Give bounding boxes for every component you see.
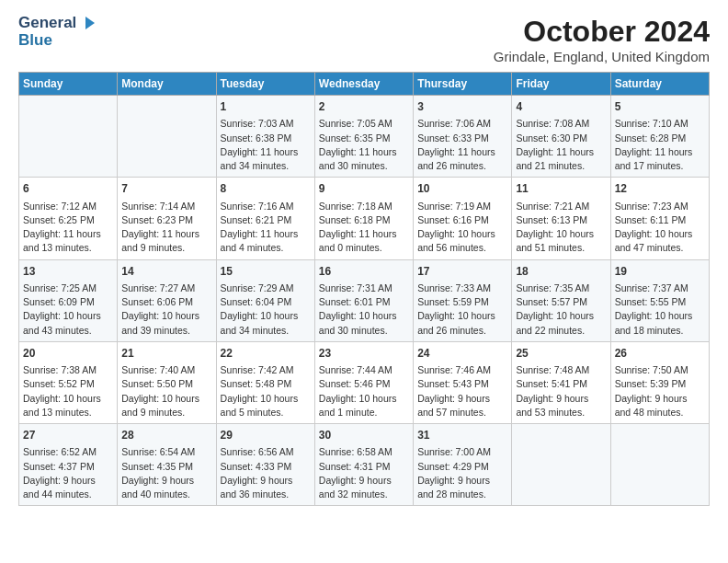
calendar-week-row: 13Sunrise: 7:25 AMSunset: 6:09 PMDayligh… <box>19 259 710 341</box>
day-info: Daylight: 10 hours <box>615 309 705 323</box>
day-info: Daylight: 11 hours <box>221 227 311 241</box>
day-info: Sunrise: 7:18 AM <box>319 200 409 213</box>
day-info: Sunset: 5:41 PM <box>516 377 606 391</box>
day-info: and 26 minutes. <box>417 159 507 173</box>
day-info: Sunrise: 7:08 AM <box>516 117 606 131</box>
day-info: Sunrise: 6:58 AM <box>319 445 409 459</box>
day-number: 14 <box>121 264 211 280</box>
day-info: Daylight: 10 hours <box>319 309 409 323</box>
calendar-cell: 6Sunrise: 7:12 AMSunset: 6:25 PMDaylight… <box>19 178 118 259</box>
header-day-sunday: Sunday <box>19 73 118 96</box>
day-info: Sunset: 5:55 PM <box>615 295 705 309</box>
calendar-cell: 24Sunrise: 7:46 AMSunset: 5:43 PMDayligh… <box>414 341 512 423</box>
day-info: Sunrise: 7:44 AM <box>319 363 409 377</box>
logo-general: General <box>18 15 76 32</box>
calendar-week-row: 27Sunrise: 6:52 AMSunset: 4:37 PMDayligh… <box>19 424 710 506</box>
calendar-cell: 25Sunrise: 7:48 AMSunset: 5:41 PMDayligh… <box>512 341 610 423</box>
day-info: and 39 minutes. <box>121 324 211 338</box>
calendar-cell: 13Sunrise: 7:25 AMSunset: 6:09 PMDayligh… <box>19 259 118 341</box>
day-info: Daylight: 10 hours <box>417 227 507 241</box>
calendar-cell: 23Sunrise: 7:44 AMSunset: 5:46 PMDayligh… <box>314 341 413 423</box>
day-info: Daylight: 10 hours <box>319 392 409 406</box>
day-info: and 13 minutes. <box>23 406 113 419</box>
calendar-cell: 10Sunrise: 7:19 AMSunset: 6:16 PMDayligh… <box>414 178 512 259</box>
calendar-cell: 5Sunrise: 7:10 AMSunset: 6:28 PMDaylight… <box>610 96 709 178</box>
day-info: and 56 minutes. <box>417 241 507 255</box>
calendar-table: SundayMondayTuesdayWednesdayThursdayFrid… <box>18 72 710 506</box>
day-info: and 44 minutes. <box>23 488 113 501</box>
calendar-body: 1Sunrise: 7:03 AMSunset: 6:38 PMDaylight… <box>19 96 710 506</box>
day-number: 11 <box>516 181 606 197</box>
calendar-cell: 11Sunrise: 7:21 AMSunset: 6:13 PMDayligh… <box>512 178 610 259</box>
day-info: and 0 minutes. <box>319 241 409 255</box>
day-info: Sunset: 5:43 PM <box>417 377 507 391</box>
day-info: and 51 minutes. <box>516 241 606 255</box>
day-info: and 22 minutes. <box>516 324 606 338</box>
day-info: and 34 minutes. <box>221 324 311 338</box>
day-number: 17 <box>417 264 507 280</box>
day-info: Sunrise: 7:21 AM <box>516 200 606 213</box>
day-info: Sunset: 4:35 PM <box>121 460 211 474</box>
day-info: Sunrise: 7:23 AM <box>615 200 705 213</box>
header: General Blue October 2024 Grindale, Engl… <box>18 15 710 64</box>
day-number: 2 <box>319 99 409 115</box>
calendar-cell: 21Sunrise: 7:40 AMSunset: 5:50 PMDayligh… <box>118 341 216 423</box>
day-info: Sunrise: 7:29 AM <box>221 282 311 295</box>
calendar-cell: 31Sunrise: 7:00 AMSunset: 4:29 PMDayligh… <box>414 424 512 506</box>
day-number: 15 <box>221 264 311 280</box>
logo-icon <box>78 15 95 31</box>
header-day-tuesday: Tuesday <box>216 73 314 96</box>
calendar-cell: 22Sunrise: 7:42 AMSunset: 5:48 PMDayligh… <box>216 341 314 423</box>
day-info: Sunrise: 6:56 AM <box>221 445 311 459</box>
day-info: Daylight: 10 hours <box>516 227 606 241</box>
day-info: Sunset: 6:13 PM <box>516 213 606 227</box>
day-info: Sunrise: 7:50 AM <box>615 363 705 377</box>
calendar-cell <box>610 424 709 506</box>
day-number: 7 <box>121 181 211 197</box>
calendar-cell: 29Sunrise: 6:56 AMSunset: 4:33 PMDayligh… <box>216 424 314 506</box>
day-info: Daylight: 9 hours <box>121 474 211 488</box>
day-info: Sunrise: 7:19 AM <box>417 200 507 213</box>
day-info: Sunrise: 7:03 AM <box>221 117 311 131</box>
calendar-cell: 19Sunrise: 7:37 AMSunset: 5:55 PMDayligh… <box>610 259 709 341</box>
day-info: Sunset: 5:39 PM <box>615 377 705 391</box>
day-number: 6 <box>23 181 113 197</box>
day-info: and 9 minutes. <box>121 406 211 419</box>
day-info: and 30 minutes. <box>319 324 409 338</box>
day-number: 9 <box>319 181 409 197</box>
day-info: and 53 minutes. <box>516 406 606 419</box>
day-number: 21 <box>121 346 211 362</box>
day-info: Daylight: 10 hours <box>23 392 113 406</box>
page: General Blue October 2024 Grindale, Engl… <box>0 0 728 515</box>
calendar-cell: 15Sunrise: 7:29 AMSunset: 6:04 PMDayligh… <box>216 259 314 341</box>
calendar-cell: 30Sunrise: 6:58 AMSunset: 4:31 PMDayligh… <box>314 424 413 506</box>
day-info: Sunset: 4:29 PM <box>417 460 507 474</box>
calendar-subtitle: Grindale, England, United Kingdom <box>494 49 710 64</box>
day-number: 5 <box>615 99 705 115</box>
day-number: 26 <box>615 346 705 362</box>
calendar-cell: 1Sunrise: 7:03 AMSunset: 6:38 PMDaylight… <box>216 96 314 178</box>
day-info: Sunrise: 7:06 AM <box>417 117 507 131</box>
day-number: 3 <box>417 99 507 115</box>
calendar-cell: 20Sunrise: 7:38 AMSunset: 5:52 PMDayligh… <box>19 341 118 423</box>
calendar-header-row: SundayMondayTuesdayWednesdayThursdayFrid… <box>19 73 710 96</box>
day-info: Sunrise: 7:42 AM <box>221 363 311 377</box>
day-number: 23 <box>319 346 409 362</box>
day-info: Sunset: 6:21 PM <box>221 213 311 227</box>
day-info: Sunset: 4:31 PM <box>319 460 409 474</box>
day-info: and 26 minutes. <box>417 324 507 338</box>
calendar-cell: 28Sunrise: 6:54 AMSunset: 4:35 PMDayligh… <box>118 424 216 506</box>
day-info: and 9 minutes. <box>121 241 211 255</box>
day-info: and 13 minutes. <box>23 241 113 255</box>
day-info: Sunrise: 7:10 AM <box>615 117 705 131</box>
calendar-cell: 3Sunrise: 7:06 AMSunset: 6:33 PMDaylight… <box>414 96 512 178</box>
day-info: Daylight: 9 hours <box>221 474 311 488</box>
day-info: Daylight: 9 hours <box>23 474 113 488</box>
calendar-week-row: 20Sunrise: 7:38 AMSunset: 5:52 PMDayligh… <box>19 341 710 423</box>
day-info: and 32 minutes. <box>319 488 409 501</box>
day-info: Sunset: 6:11 PM <box>615 213 705 227</box>
day-info: and 1 minute. <box>319 406 409 419</box>
day-info: Daylight: 9 hours <box>319 474 409 488</box>
calendar-cell: 12Sunrise: 7:23 AMSunset: 6:11 PMDayligh… <box>610 178 709 259</box>
day-number: 24 <box>417 346 507 362</box>
